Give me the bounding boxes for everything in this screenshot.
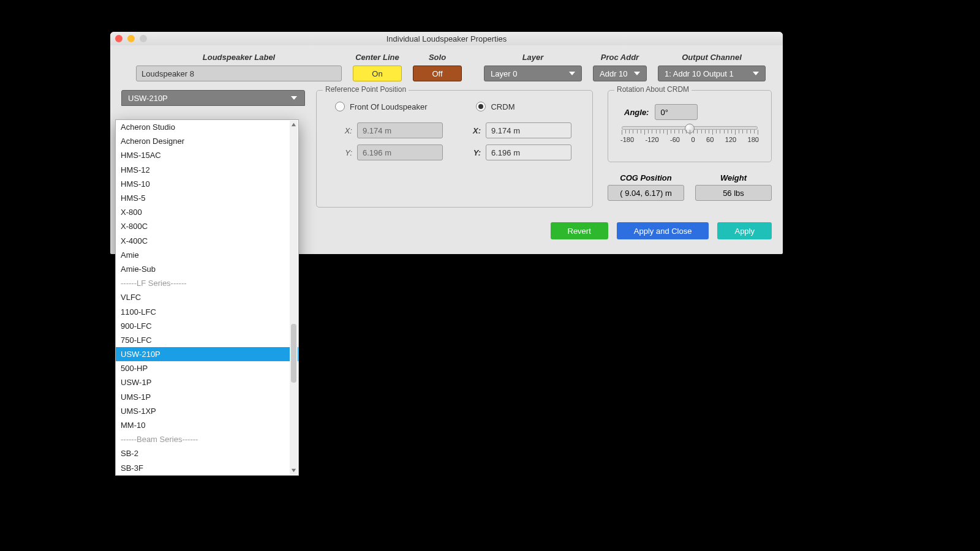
weight-label: Weight	[720, 173, 747, 182]
radio-front-loudspeaker[interactable]: Front Of Loudspeaker	[335, 102, 427, 111]
reference-point-fieldset: Reference Point Position Front Of Loudsp…	[316, 90, 593, 208]
x-label-ro: X:	[329, 126, 352, 135]
crdm-x-input[interactable]	[486, 122, 571, 138]
traffic-lights	[115, 35, 147, 42]
model-dropdown-list[interactable]: Acheron StudioAcheron DesignerHMS-15ACHM…	[115, 119, 299, 476]
list-item[interactable]: USW-210P	[116, 347, 298, 361]
list-item[interactable]: Acheron Designer	[116, 134, 298, 148]
close-icon[interactable]	[115, 35, 123, 42]
revert-button[interactable]: Revert	[551, 222, 608, 239]
center-line-toggle[interactable]: On	[353, 66, 402, 81]
list-item[interactable]: X-400C	[116, 234, 298, 248]
crdm-y-input[interactable]	[486, 144, 571, 160]
minimize-icon[interactable]	[127, 35, 135, 42]
angle-label: Angle:	[624, 108, 649, 117]
list-item[interactable]: SB-3F	[116, 461, 298, 475]
label-output-channel: Output Channel	[682, 53, 742, 62]
radio-icon	[335, 102, 345, 111]
list-item[interactable]: 500-HP	[116, 361, 298, 375]
y-label-ro: Y:	[329, 148, 352, 157]
label-center-line: Center Line	[355, 53, 399, 62]
slider-tick-label: 120	[725, 136, 736, 143]
list-item[interactable]: HMS-5	[116, 191, 298, 205]
slider-tick-label: 60	[706, 136, 714, 143]
window-title: Individual Loudspeaker Properties	[110, 34, 783, 43]
slider-labels: -180-120-60060120180	[620, 136, 759, 143]
front-y-input	[357, 144, 443, 160]
reference-title: Reference Point Position	[323, 85, 409, 94]
layer-dropdown[interactable]: Layer 0	[484, 66, 582, 81]
list-item[interactable]: X-800	[116, 205, 298, 219]
scrollbar[interactable]	[290, 121, 298, 474]
loudspeaker-label-input[interactable]	[136, 66, 342, 81]
label-solo: Solo	[429, 53, 446, 62]
rotation-title: Rotation About CRDM	[614, 85, 692, 94]
button-row: Revert Apply and Close Apply	[551, 222, 772, 239]
cog-label: COG Position	[620, 173, 672, 182]
zoom-icon	[140, 35, 147, 42]
slider-ticks	[622, 130, 758, 135]
list-item[interactable]: VLFC	[116, 290, 298, 304]
angle-input[interactable]	[655, 104, 698, 120]
list-item[interactable]: 900-LFC	[116, 319, 298, 333]
list-item[interactable]: HMS-12	[116, 163, 298, 177]
scroll-down-icon[interactable]	[290, 467, 298, 474]
radio-crdm[interactable]: CRDM	[476, 102, 514, 111]
label-proc-addr: Proc Addr	[601, 53, 639, 62]
header-row: Loudspeaker Label Center Line On Solo Of…	[121, 53, 772, 81]
label-loudspeaker-label: Loudspeaker Label	[203, 53, 275, 62]
weight-value: 56 lbs	[695, 185, 772, 201]
scroll-up-icon[interactable]	[290, 121, 298, 129]
list-item[interactable]: 750-LFC	[116, 333, 298, 347]
slider-tick-label: 180	[748, 136, 759, 143]
list-item[interactable]: HMS-15AC	[116, 148, 298, 162]
list-item[interactable]: X-800C	[116, 219, 298, 233]
list-item[interactable]: Amie-Sub	[116, 262, 298, 276]
slider-tick-label: -120	[646, 136, 659, 143]
front-x-input	[357, 122, 443, 138]
solo-toggle[interactable]: Off	[413, 66, 462, 81]
list-item[interactable]: USW-1P	[116, 375, 298, 389]
titlebar: Individual Loudspeaker Properties	[110, 32, 783, 45]
rotation-fieldset: Rotation About CRDM Angle: -180-120-6006…	[608, 90, 772, 162]
info-row: COG Position ( 9.04, 6.17) m Weight 56 l…	[608, 173, 772, 201]
list-item[interactable]: SB-2	[116, 446, 298, 460]
output-channel-dropdown[interactable]: 1: Addr 10 Output 1	[658, 66, 766, 81]
list-separator: ------LF Series------	[116, 276, 298, 290]
label-layer: Layer	[522, 53, 544, 62]
radio-icon	[476, 102, 486, 111]
apply-and-close-button[interactable]: Apply and Close	[617, 222, 709, 239]
y-label-ed: Y:	[458, 148, 481, 157]
cog-value: ( 9.04, 6.17) m	[608, 185, 684, 201]
slider-tick-label: -60	[670, 136, 680, 143]
x-label-ed: X:	[458, 126, 481, 135]
scroll-thumb[interactable]	[291, 324, 296, 383]
list-item[interactable]: MM-10	[116, 418, 298, 432]
list-separator: ------Beam Series------	[116, 432, 298, 446]
list-item[interactable]: UMS-1XP	[116, 404, 298, 418]
list-item[interactable]: Acheron Studio	[116, 120, 298, 134]
list-item[interactable]: 1100-LFC	[116, 304, 298, 318]
apply-button[interactable]: Apply	[717, 222, 772, 239]
slider-tick-label: 0	[691, 136, 695, 143]
list-item[interactable]: Amie	[116, 248, 298, 262]
list-item[interactable]: UMS-1P	[116, 390, 298, 404]
model-dropdown[interactable]: USW-210P	[121, 90, 305, 106]
slider-tick-label: -180	[620, 136, 634, 143]
angle-slider[interactable]: -180-120-60060120180	[618, 126, 761, 143]
list-item[interactable]: HMS-10	[116, 177, 298, 191]
proc-addr-dropdown[interactable]: Addr 10	[593, 66, 647, 81]
